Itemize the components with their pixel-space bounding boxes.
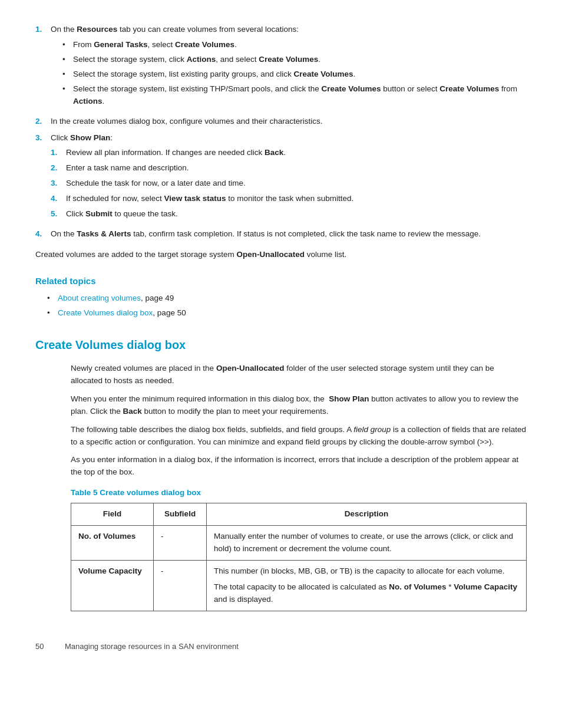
sub-step-2-num: 2. [51, 162, 61, 174]
bullet-3: • Select the storage system, list existi… [62, 68, 527, 81]
col-description: Description [207, 503, 527, 526]
section-content: Newly created volumes are placed in the … [71, 363, 527, 611]
related-topics-heading: Related topics [35, 274, 527, 288]
row2-desc-p2: The total capacity to be allocated is ca… [214, 581, 519, 606]
sub-step-3: 3. Schedule the task for now, or a later… [51, 177, 353, 190]
sub-step-3-text: Schedule the task for now, or a later da… [66, 177, 246, 190]
sub-step-5-text: Click Submit to queue the task. [66, 208, 178, 220]
sub-step-1-text: Review all plan information. If changes … [66, 147, 286, 159]
bullet-2-text: Select the storage system, click Actions… [73, 54, 320, 66]
sub-step-4: 4. If scheduled for now, select View tas… [51, 193, 353, 205]
row1-description: Manually enter the number of volumes to … [207, 526, 527, 561]
bullet-2: • Select the storage system, click Actio… [62, 54, 527, 66]
bullet-3-text: Select the storage system, list existing… [73, 68, 355, 81]
sub-step-3-num: 3. [51, 177, 61, 190]
step-2: 2. In the create volumes dialog box, con… [35, 116, 527, 128]
bullet-4: • Select the storage system, list existi… [62, 83, 527, 108]
bullet-icon-4: • [62, 83, 70, 108]
col-field: Field [71, 503, 154, 526]
sub-steps: 1. Review all plan information. If chang… [51, 147, 353, 220]
sub-step-4-text: If scheduled for now, select View task s… [66, 193, 353, 205]
table-caption: Table 5 Create volumes dialog box [71, 487, 527, 499]
footer-text: Managing storage resources in a SAN envi… [65, 641, 239, 653]
sub-step-1-num: 1. [51, 147, 61, 159]
bullet-4-text: Select the storage system, list existing… [73, 83, 527, 108]
related-topic-2: • Create Volumes dialog box, page 50 [47, 307, 527, 319]
footer-page: 50 [35, 641, 53, 653]
step-4-num: 4. [35, 228, 46, 241]
sub-step-1: 1. Review all plan information. If chang… [51, 147, 353, 159]
related-topic-2-suffix: , page 50 [153, 308, 186, 317]
section-heading: Create Volumes dialog box [35, 336, 527, 354]
step-4: 4. On the Tasks & Alerts tab, confirm ta… [35, 228, 527, 241]
step-4-text: On the Tasks & Alerts tab, confirm task … [51, 228, 481, 241]
section-para-2: When you enter the minimum required info… [71, 393, 527, 418]
step-2-num: 2. [35, 116, 46, 128]
related-link-2[interactable]: Create Volumes dialog box [58, 308, 153, 317]
related-topic-1-text: About creating volumes, page 49 [58, 292, 174, 305]
step-1-bullets: • From General Tasks, select Create Volu… [51, 39, 527, 108]
sub-step-5: 5. Click Submit to queue the task. [51, 208, 353, 220]
step-3-content: Click Show Plan: 1. Review all plan info… [51, 132, 353, 223]
row2-field: Volume Capacity [71, 560, 154, 611]
create-volumes-table: Field Subfield Description No. of Volume… [71, 503, 527, 611]
step-1-text: On the Resources tab you can create volu… [51, 25, 299, 34]
row2-desc-p1: This number (in blocks, MB, GB, or TB) i… [214, 565, 519, 578]
bullet-1: • From General Tasks, select Create Volu… [62, 39, 527, 51]
sub-step-2-text: Enter a task name and description. [66, 162, 189, 174]
related-bullet-2: • [47, 307, 54, 319]
bullet-icon-1: • [62, 39, 70, 51]
section-para-3: The following table describes the dialog… [71, 424, 527, 449]
step-1-content: On the Resources tab you can create volu… [51, 24, 527, 111]
row1-subfield: - [154, 526, 207, 561]
sub-step-4-num: 4. [51, 193, 61, 205]
related-topics-section: Related topics • About creating volumes,… [35, 274, 527, 319]
step-1-num: 1. [35, 24, 46, 111]
step-3-text: Click Show Plan: [51, 133, 113, 142]
related-topic-2-text: Create Volumes dialog box, page 50 [58, 307, 186, 319]
step-2-text: In the create volumes dialog box, config… [51, 116, 323, 128]
step-1: 1. On the Resources tab you can create v… [35, 24, 527, 111]
table-row: Volume Capacity - This number (in blocks… [71, 560, 527, 611]
table-body: No. of Volumes - Manually enter the numb… [71, 526, 527, 611]
section-para-1: Newly created volumes are placed in the … [71, 363, 527, 387]
related-link-1[interactable]: About creating volumes [58, 294, 141, 302]
footer: 50 Managing storage resources in a SAN e… [35, 641, 527, 653]
sub-step-5-num: 5. [51, 208, 61, 220]
table-row: No. of Volumes - Manually enter the numb… [71, 526, 527, 561]
step-3: 3. Click Show Plan: 1. Review all plan i… [35, 132, 527, 223]
section-para-4: As you enter information in a dialog box… [71, 454, 527, 479]
outer-steps: 1. On the Resources tab you can create v… [35, 24, 527, 241]
row2-description: This number (in blocks, MB, GB, or TB) i… [207, 560, 527, 611]
table-header-row: Field Subfield Description [71, 503, 527, 526]
closing-text: Created volumes are added to the target … [35, 249, 527, 261]
bullet-icon-3: • [62, 68, 70, 81]
related-topic-1-suffix: , page 49 [141, 294, 174, 302]
bullet-icon-2: • [62, 54, 70, 66]
step-3-num: 3. [35, 132, 46, 223]
related-topic-1: • About creating volumes, page 49 [47, 292, 527, 305]
row1-field: No. of Volumes [71, 526, 154, 561]
row2-subfield: - [154, 560, 207, 611]
col-subfield: Subfield [154, 503, 207, 526]
sub-step-2: 2. Enter a task name and description. [51, 162, 353, 174]
related-topics-list: • About creating volumes, page 49 • Crea… [35, 292, 527, 319]
bullet-1-text: From General Tasks, select Create Volume… [73, 39, 237, 51]
related-bullet-1: • [47, 292, 54, 305]
